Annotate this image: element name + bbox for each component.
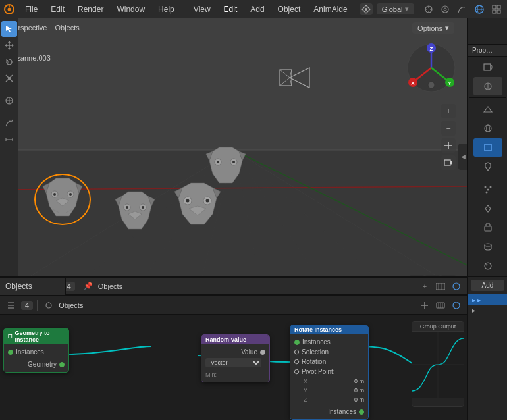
menu-view[interactable]: View	[187, 0, 217, 18]
svg-point-136	[486, 125, 489, 132]
props-data-icon[interactable]	[473, 238, 502, 256]
props-constraints-icon[interactable]	[473, 219, 502, 237]
cursor-tool-button[interactable]	[1, 21, 17, 37]
measure-tool-button[interactable]	[1, 132, 17, 147]
node-geometry-output-socket	[59, 362, 65, 367]
svg-point-145	[485, 264, 487, 266]
viewport-obj-type-label[interactable]: Objects	[51, 22, 83, 33]
menu-object[interactable]: Object	[271, 0, 307, 18]
node-slot-tool[interactable]	[433, 279, 448, 294]
objects-label: Objects	[5, 282, 32, 291]
node-pin-button[interactable]	[41, 298, 56, 313]
camera-view-button[interactable]	[441, 155, 456, 170]
props-object-icon[interactable]	[473, 138, 502, 157]
node-world-icon[interactable]	[449, 279, 464, 294]
node-geometry-to-instance[interactable]: Geometry to Instance Instances Geometry	[3, 328, 69, 373]
svg-text:X: X	[411, 80, 415, 86]
props-particles-icon[interactable]	[473, 180, 502, 199]
scale-tool-button[interactable]	[1, 70, 17, 86]
node-add-tool[interactable]: +	[417, 279, 432, 294]
active-modifier-item[interactable]: ▸ ▸	[468, 294, 507, 305]
node-area[interactable]: Geometry to Instance Instances Geometry …	[0, 315, 467, 420]
snap-icon[interactable]	[421, 2, 437, 16]
proportional-icon[interactable]	[437, 2, 453, 16]
svg-rect-16	[493, 10, 496, 13]
proportional-svg	[440, 5, 450, 14]
layout-icon[interactable]	[489, 2, 504, 16]
props-modifier-icon[interactable]	[473, 157, 502, 176]
left-toolbar	[0, 18, 18, 295]
props-sep-2	[469, 178, 506, 178]
svg-point-135	[485, 125, 491, 132]
global-dropdown[interactable]: Global ▾	[377, 3, 415, 14]
node-value-label: Value	[241, 348, 257, 355]
node-slot-button[interactable]	[433, 298, 448, 313]
annotate-tool-button[interactable]	[1, 115, 17, 131]
svg-text:Z: Z	[430, 46, 433, 52]
menu-select[interactable]: Edit	[217, 0, 244, 18]
svg-point-140	[489, 186, 491, 188]
svg-point-139	[487, 189, 489, 191]
props-output-icon[interactable]	[473, 77, 502, 95]
node-rotate-instances-title: Rotate Instances	[294, 327, 342, 333]
menu-file[interactable]: File	[18, 0, 44, 18]
props-physics-icon[interactable]	[473, 199, 502, 218]
right-panel: Sce… Prop…	[467, 0, 507, 420]
curve-icon[interactable]	[454, 2, 469, 16]
svg-point-61	[126, 206, 128, 209]
objects-header: Objects	[0, 276, 66, 295]
viewport-3d[interactable]: Perspective Objects ctive | Suzanne.003 …	[0, 18, 467, 295]
viewport-topbar: Perspective Objects	[0, 18, 467, 37]
props-world-icon[interactable]	[473, 119, 502, 138]
svg-point-138	[484, 186, 486, 188]
svg-point-52	[69, 193, 72, 196]
svg-rect-131	[484, 64, 491, 70]
properties-header: Prop…	[468, 45, 507, 57]
node-editor-topbar: 4 Objects	[0, 296, 467, 315]
node-vector-dropdown[interactable]: Vector	[205, 358, 261, 367]
node-value-socket	[260, 350, 265, 355]
zoom-in-button[interactable]: +	[441, 104, 456, 118]
svg-point-114	[46, 303, 51, 308]
props-scene-icon[interactable]	[473, 100, 502, 118]
node-instances-label: Instances	[16, 348, 44, 355]
menu-add[interactable]: Add	[244, 0, 271, 18]
node-add-button[interactable]	[417, 298, 432, 313]
svg-text:Y: Y	[448, 80, 452, 86]
svg-rect-15	[497, 5, 500, 9]
menu-animaide[interactable]: AnimAide	[307, 0, 354, 18]
node-menu-view[interactable]	[4, 298, 18, 313]
props-material-icon[interactable]	[473, 257, 502, 275]
output-curve-header: Group Output	[412, 322, 464, 332]
pan-button[interactable]	[441, 138, 456, 153]
props-list-item-1[interactable]: ▸	[468, 305, 507, 315]
node-instances-input-socket	[8, 350, 13, 355]
menu-help[interactable]: Help	[151, 0, 181, 18]
svg-point-89	[428, 82, 435, 88]
node-pivot-y-label: Y	[304, 387, 307, 394]
svg-rect-123	[9, 335, 12, 338]
gizmo-area[interactable]: Z X Y	[405, 41, 458, 101]
viewport-collapse-arrow[interactable]: ◀	[458, 144, 467, 170]
zoom-out-button[interactable]: −	[441, 121, 456, 136]
node-pivot-z-label: Z	[304, 396, 307, 403]
node-rotate-instances[interactable]: Rotate Instances Instances Selection Rot…	[290, 325, 369, 420]
node-pin-icon[interactable]: 📌	[81, 279, 95, 294]
toolbar-separator-1	[9, 87, 9, 92]
node-editor[interactable]: 4 Objects	[0, 295, 467, 420]
svg-point-70	[206, 199, 209, 203]
snap-svg	[424, 5, 433, 14]
rotate-tool-button[interactable]	[1, 54, 17, 70]
move-tool-button[interactable]	[1, 38, 17, 53]
transform-tool-button[interactable]	[1, 93, 17, 109]
add-modifier-button[interactable]: Add	[471, 280, 504, 291]
world-globe-icon[interactable]	[471, 2, 487, 16]
menu-edit[interactable]: Edit	[44, 0, 71, 18]
menu-window[interactable]: Window	[110, 0, 151, 18]
curve-svg	[457, 5, 466, 14]
menu-render[interactable]: Render	[71, 0, 110, 18]
node-random-value[interactable]: Random Value Value Vector Min:	[201, 334, 270, 382]
node-pin-label: Objects	[59, 302, 83, 309]
node-world-button[interactable]	[449, 298, 464, 313]
props-render-icon[interactable]	[473, 58, 502, 76]
